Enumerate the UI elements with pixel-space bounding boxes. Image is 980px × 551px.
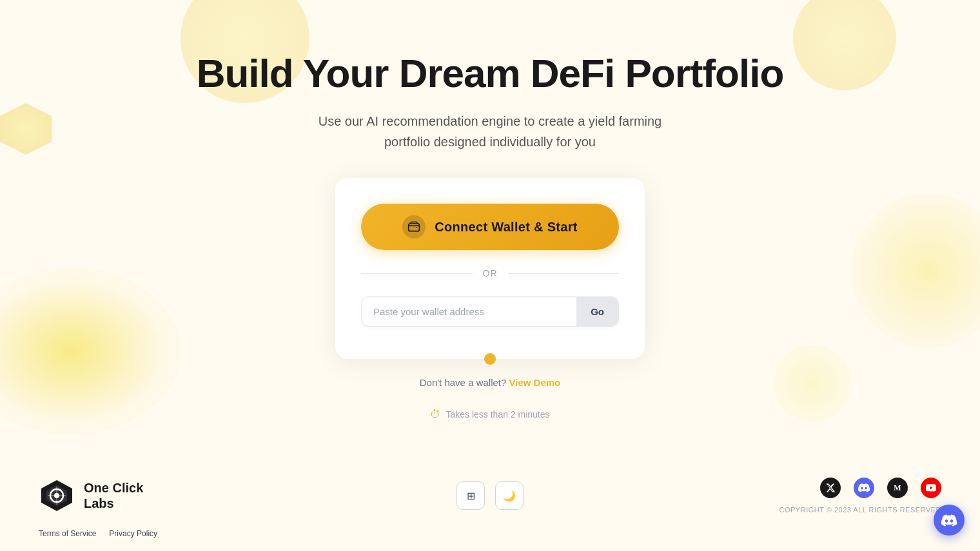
main-card: Connect Wallet & Start OR Go bbox=[335, 178, 645, 359]
connect-wallet-label: Connect Wallet & Start bbox=[435, 220, 577, 235]
social-icons: M bbox=[820, 478, 941, 498]
page-wrapper: Build Your Dream DeFi Portfolio Use our … bbox=[0, 0, 980, 551]
moon-icon: 🌙 bbox=[503, 490, 516, 502]
clock-icon: ⏱ bbox=[430, 409, 440, 420]
view-demo-link[interactable]: View Demo bbox=[509, 377, 561, 388]
logo-area: One Click Labs bbox=[39, 478, 143, 514]
yellow-dot-decoration bbox=[484, 353, 496, 365]
footer-right: M COPYRIGHT © 2023 ALL RIGHTS RESERVED bbox=[779, 478, 941, 514]
main-content: Build Your Dream DeFi Portfolio Use our … bbox=[0, 0, 980, 462]
privacy-policy-link[interactable]: Privacy Policy bbox=[109, 529, 157, 538]
footer: One Click Labs ⊞ 🌙 bbox=[0, 462, 980, 529]
logo-text: One Click Labs bbox=[84, 480, 143, 511]
terms-of-service-link[interactable]: Terms of Service bbox=[39, 529, 96, 538]
logo-icon bbox=[39, 478, 75, 514]
hero-title: Build Your Dream DeFi Portfolio bbox=[197, 52, 784, 95]
footer-links: Terms of Service Privacy Policy bbox=[0, 529, 980, 551]
discord-float-button[interactable] bbox=[934, 505, 965, 536]
demo-prompt-text: Don't have a wallet? bbox=[420, 377, 507, 388]
hero-subtitle: Use our AI recommendation engine to crea… bbox=[309, 111, 671, 152]
twitter-icon[interactable] bbox=[820, 478, 841, 498]
medium-icon[interactable]: M bbox=[887, 478, 908, 498]
grid-icon-button[interactable]: ⊞ bbox=[456, 481, 485, 510]
or-divider: OR bbox=[361, 268, 619, 278]
footer-center-buttons: ⊞ 🌙 bbox=[456, 481, 524, 510]
wallet-icon bbox=[402, 215, 426, 238]
divider-line-left bbox=[361, 273, 473, 274]
logo-line2: Labs bbox=[84, 496, 114, 510]
wallet-input-row: Go bbox=[361, 296, 619, 327]
divider-line-right bbox=[508, 273, 620, 274]
demo-text-area: Don't have a wallet? View Demo bbox=[420, 377, 561, 388]
or-text: OR bbox=[483, 268, 498, 278]
time-info-text: Takes less than 2 minutes bbox=[446, 409, 549, 420]
connect-wallet-button[interactable]: Connect Wallet & Start bbox=[361, 204, 619, 250]
youtube-icon[interactable] bbox=[921, 478, 941, 498]
time-info: ⏱ Takes less than 2 minutes bbox=[430, 409, 549, 420]
theme-toggle-button[interactable]: 🌙 bbox=[495, 481, 524, 510]
grid-icon: ⊞ bbox=[467, 490, 475, 502]
logo-line1: One Click bbox=[84, 481, 143, 495]
copyright-text: COPYRIGHT © 2023 ALL RIGHTS RESERVED bbox=[779, 506, 941, 514]
wallet-address-input[interactable] bbox=[362, 297, 576, 326]
svg-rect-0 bbox=[409, 224, 420, 231]
go-button[interactable]: Go bbox=[576, 297, 618, 326]
discord-icon[interactable] bbox=[854, 478, 874, 498]
